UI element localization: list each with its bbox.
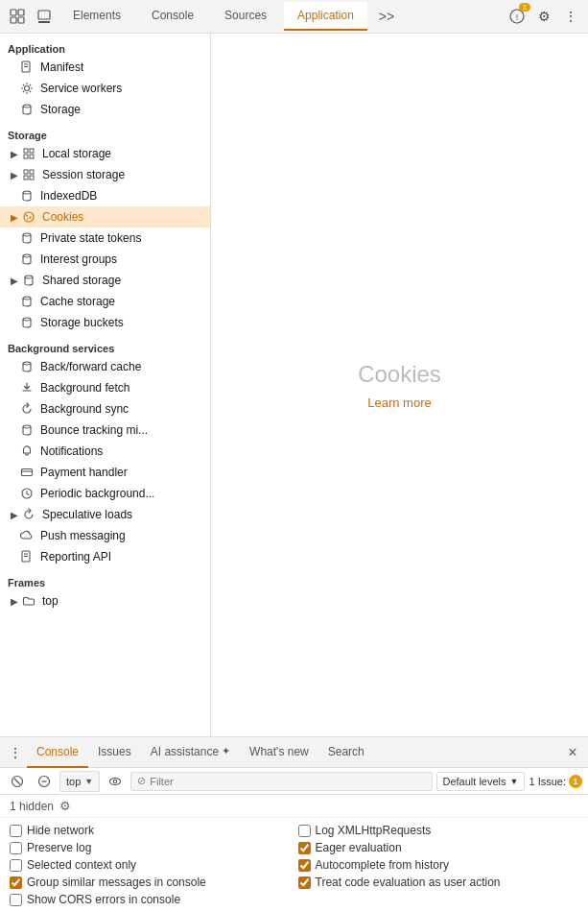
top-frame-label: top <box>42 594 59 608</box>
local-storage-label: Local storage <box>42 147 111 160</box>
checkbox-show-cors[interactable]: Show CORS errors in console <box>10 893 291 906</box>
sidebar-item-payment-handler[interactable]: Payment handler <box>0 462 210 483</box>
svg-point-28 <box>25 276 33 278</box>
more-icon[interactable]: ⋮ <box>561 7 580 26</box>
top-context-selector[interactable]: top ▼ <box>59 771 100 792</box>
issue-counter[interactable]: 1 Issue: 1 <box>529 775 582 788</box>
devtools-icon[interactable] <box>8 7 27 26</box>
filter-input[interactable] <box>150 776 425 787</box>
sidebar-item-notifications[interactable]: Notifications <box>0 441 210 462</box>
cloud-icon <box>19 528 35 543</box>
sidebar-item-interest-groups[interactable]: Interest groups <box>0 249 210 270</box>
treat-code-checkbox[interactable] <box>298 876 311 889</box>
sidebar-item-top-frame[interactable]: ▶ top <box>0 590 210 612</box>
hidden-count: 1 hidden <box>10 800 54 813</box>
issue-label: 1 Issue: <box>529 776 566 787</box>
cylinder-icon <box>19 102 35 117</box>
eye-button[interactable] <box>104 771 127 792</box>
preserve-log-checkbox[interactable] <box>10 842 22 854</box>
svg-point-24 <box>30 217 32 219</box>
sidebar-item-service-workers[interactable]: Service workers <box>0 78 210 99</box>
frames-section-header: Frames <box>0 571 210 590</box>
sidebar-item-bounce-tracking[interactable]: Bounce tracking mi... <box>0 420 210 441</box>
autocomplete-checkbox[interactable] <box>298 859 311 872</box>
sidebar-item-reporting-api[interactable]: Reporting API <box>0 546 210 567</box>
default-levels-dropdown[interactable]: Default levels ▼ <box>436 772 526 791</box>
checkbox-eager-evaluation[interactable]: Eager evaluation <box>298 841 579 854</box>
learn-more-link[interactable]: Learn more <box>367 396 431 410</box>
sidebar-item-private-state-tokens[interactable]: Private state tokens <box>0 228 210 249</box>
eager-evaluation-checkbox[interactable] <box>298 842 311 854</box>
console-menu-icon[interactable]: ⋮ <box>6 743 25 762</box>
tab-console[interactable]: Console <box>138 2 207 31</box>
svg-rect-5 <box>38 21 50 23</box>
cache-storage-label: Cache storage <box>40 295 115 308</box>
push-messaging-label: Push messaging <box>40 529 126 542</box>
sidebar-item-cookies[interactable]: ▶ Cookies <box>0 206 210 228</box>
close-button[interactable]: × <box>561 741 584 764</box>
console-filter-box: ⊘ <box>130 772 432 791</box>
show-cors-checkbox[interactable] <box>10 894 22 906</box>
cookies-label: Cookies <box>42 210 83 224</box>
tab-sources[interactable]: Sources <box>211 2 280 31</box>
checkbox-log-xmlhttp[interactable]: Log XMLHttpRequests <box>298 824 579 837</box>
background-sync-label: Background sync <box>40 402 129 416</box>
log-xmlhttp-checkbox[interactable] <box>298 825 311 837</box>
indexeddb-label: IndexedDB <box>40 189 97 203</box>
checkbox-hide-network[interactable]: Hide network <box>10 824 291 837</box>
sidebar-item-push-messaging[interactable]: Push messaging <box>0 525 210 546</box>
sidebar-item-cache-storage[interactable]: Cache storage <box>0 291 210 312</box>
issue-badge[interactable]: ! 1 <box>507 7 527 26</box>
checkbox-selected-context[interactable]: Selected context only <box>10 858 291 872</box>
hide-network-checkbox[interactable] <box>10 825 22 837</box>
cylinder-icon7 <box>19 315 35 330</box>
svg-rect-17 <box>24 170 28 174</box>
clear-console-button[interactable] <box>6 771 29 792</box>
settings-icon[interactable]: ⚙ <box>534 7 553 26</box>
bottom-tab-issues[interactable]: Issues <box>88 737 141 768</box>
bottom-tab-bar: ⋮ Console Issues AI assistance ✦ What's … <box>0 737 588 768</box>
sidebar-item-storage[interactable]: Storage <box>0 99 210 120</box>
selected-context-checkbox[interactable] <box>10 859 22 872</box>
sidebar-item-background-fetch[interactable]: Background fetch <box>0 377 210 398</box>
settings-gear-icon[interactable]: ⚙ <box>59 799 71 813</box>
bottom-tab-ai[interactable]: AI assistance ✦ <box>141 737 240 768</box>
sidebar-item-shared-storage[interactable]: ▶ Shared storage <box>0 270 210 291</box>
sidebar: Application Manifest Service workers Sto… <box>0 34 211 736</box>
bottom-tab-whats-new[interactable]: What's new <box>240 737 318 768</box>
sidebar-item-storage-buckets[interactable]: Storage buckets <box>0 312 210 333</box>
svg-rect-0 <box>11 10 16 15</box>
bottom-tab-search[interactable]: Search <box>318 737 374 768</box>
sidebar-item-local-storage[interactable]: ▶ Local storage <box>0 143 210 164</box>
group-similar-checkbox[interactable] <box>10 876 22 889</box>
group-similar-label: Group similar messages in console <box>27 876 206 889</box>
sidebar-item-session-storage[interactable]: ▶ Session storage <box>0 164 210 185</box>
selected-context-label: Selected context only <box>27 858 136 872</box>
dropdown-chevron: ▼ <box>510 777 519 786</box>
checkbox-preserve-log[interactable]: Preserve log <box>10 841 291 854</box>
sidebar-item-background-sync[interactable]: Background sync <box>0 398 210 420</box>
tab-elements[interactable]: Elements <box>59 2 134 31</box>
dock-icon[interactable] <box>35 7 54 26</box>
sidebar-item-indexeddb[interactable]: IndexedDB <box>0 185 210 206</box>
svg-rect-13 <box>24 149 28 153</box>
arrow-icon: ▶ <box>8 170 21 180</box>
sidebar-item-speculative-loads[interactable]: ▶ Speculative loads <box>0 504 210 525</box>
svg-point-11 <box>25 86 30 91</box>
svg-point-44 <box>110 778 121 784</box>
bottom-tab-console[interactable]: Console <box>27 737 88 768</box>
checkbox-group-similar[interactable]: Group similar messages in console <box>10 876 291 889</box>
checkbox-treat-code[interactable]: Treat code evaluation as user action <box>298 876 579 889</box>
cylinder-icon2 <box>19 188 35 204</box>
shared-storage-label: Shared storage <box>42 274 121 287</box>
tab-more[interactable]: >> <box>371 2 402 31</box>
checkbox-autocomplete[interactable]: Autocomplete from history <box>298 858 579 872</box>
autocomplete-label: Autocomplete from history <box>316 858 449 872</box>
tab-application[interactable]: Application <box>284 2 367 31</box>
cylinder-icon8 <box>19 359 35 374</box>
sidebar-item-manifest[interactable]: Manifest <box>0 57 210 78</box>
sidebar-item-back-forward-cache[interactable]: Back/forward cache <box>0 356 210 377</box>
sidebar-item-periodic-background[interactable]: Periodic background... <box>0 483 210 504</box>
filter-toggle-button[interactable] <box>33 771 56 792</box>
top-toolbar: Elements Console Sources Application >> … <box>0 0 588 34</box>
